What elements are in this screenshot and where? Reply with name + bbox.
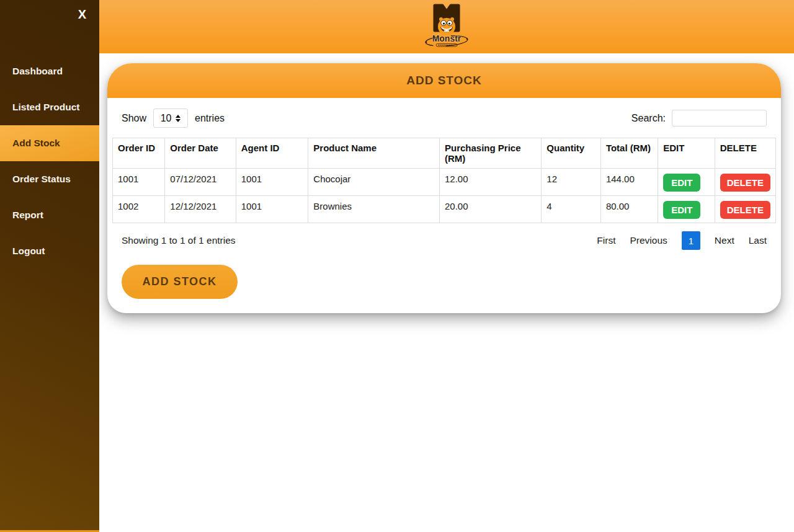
cell-purchasing-price: 20.00 (439, 196, 541, 223)
sidebar-item-dashboard[interactable]: Dashboard (0, 53, 99, 89)
column-header-edit[interactable]: EDIT (658, 138, 715, 169)
table-header-row: Order ID Order Date Agent ID Product Nam… (113, 138, 776, 169)
select-arrows-icon (176, 115, 181, 122)
pagination-last[interactable]: Last (749, 235, 767, 246)
cell-agent-id: 1001 (236, 169, 308, 196)
cell-quantity: 12 (542, 169, 601, 196)
delete-button[interactable]: DELETE (720, 201, 770, 219)
add-stock-button[interactable]: ADD STOCK (122, 265, 238, 299)
sidebar-item-logout[interactable]: Logout (0, 233, 99, 269)
cell-edit: EDIT (658, 196, 715, 223)
entries-label: entries (195, 113, 225, 124)
page-size-value: 10 (161, 113, 172, 124)
cell-purchasing-price: 12.00 (439, 169, 541, 196)
pagination-first[interactable]: First (597, 235, 615, 246)
page-size-select[interactable]: 10 (153, 109, 188, 128)
search-control: Search: (631, 110, 767, 126)
showing-entries-text: Showing 1 to 1 of 1 entries (122, 235, 236, 246)
table-footer: Showing 1 to 1 of 1 entries First Previo… (122, 231, 767, 250)
column-header-purchasing-price[interactable]: Purchasing Price (RM) (439, 138, 541, 169)
column-header-order-id[interactable]: Order ID (113, 138, 165, 169)
card-body: Show 10 entries Search: Order ID Order (107, 98, 781, 313)
edit-button[interactable]: EDIT (663, 174, 700, 192)
sidebar-item-report[interactable]: Report (0, 197, 99, 233)
card-header: ADD STOCK (107, 63, 781, 98)
column-header-quantity[interactable]: Quantity (542, 138, 601, 169)
sidebar-item-add-stock[interactable]: Add Stock (0, 125, 99, 161)
pagination-next[interactable]: Next (715, 235, 734, 246)
sidebar-nav: Dashboard Listed Product Add Stock Order… (0, 53, 99, 269)
pagination-previous[interactable]: Previous (630, 235, 667, 246)
column-header-delete[interactable]: DELETE (715, 138, 775, 169)
cell-delete: DELETE (715, 169, 775, 196)
add-stock-card: ADD STOCK Show 10 entries Search: (107, 63, 781, 313)
sidebar-item-listed-product[interactable]: Listed Product (0, 89, 99, 125)
cell-delete: DELETE (715, 196, 775, 223)
cell-total: 144.00 (600, 169, 658, 196)
close-icon[interactable]: X (78, 8, 86, 20)
table-row: 1001 07/12/2021 1001 Chocojar 12.00 12 1… (113, 169, 776, 196)
logo-wordmark: Monstr (432, 33, 462, 43)
cell-order-id: 1002 (113, 196, 165, 223)
show-label: Show (122, 113, 146, 124)
column-header-product-name[interactable]: Product Name (308, 138, 440, 169)
delete-button[interactable]: DELETE (720, 174, 770, 192)
table-controls: Show 10 entries Search: (122, 109, 767, 128)
search-label: Search: (631, 113, 666, 124)
column-header-total[interactable]: Total (RM) (600, 138, 658, 169)
cell-edit: EDIT (658, 169, 715, 196)
cell-order-date: 12/12/2021 (165, 196, 236, 223)
page-title: ADD STOCK (406, 74, 482, 87)
top-header: Monstr (99, 0, 794, 53)
cell-order-id: 1001 (113, 169, 165, 196)
pagination: First Previous 1 Next Last (597, 231, 767, 250)
sidebar-item-order-status[interactable]: Order Status (0, 161, 99, 197)
table-row: 1002 12/12/2021 1001 Brownies 20.00 4 80… (113, 196, 776, 223)
cell-product-name: Brownies (308, 196, 440, 223)
column-header-order-date[interactable]: Order Date (165, 138, 236, 169)
cell-total: 80.00 (600, 196, 658, 223)
cell-order-date: 07/12/2021 (165, 169, 236, 196)
pagination-page-1[interactable]: 1 (682, 231, 700, 250)
page-size-control: Show 10 entries (122, 109, 225, 128)
cell-agent-id: 1001 (236, 196, 308, 223)
cell-quantity: 4 (542, 196, 601, 223)
edit-button[interactable]: EDIT (663, 201, 700, 219)
sidebar: X Dashboard Listed Product Add Stock Ord… (0, 0, 99, 532)
stock-table: Order ID Order Date Agent ID Product Nam… (112, 138, 776, 223)
monstr-logo-icon: Monstr (423, 3, 470, 50)
column-header-agent-id[interactable]: Agent ID (236, 138, 308, 169)
search-input[interactable] (672, 110, 767, 126)
cell-product-name: Chocojar (308, 169, 440, 196)
